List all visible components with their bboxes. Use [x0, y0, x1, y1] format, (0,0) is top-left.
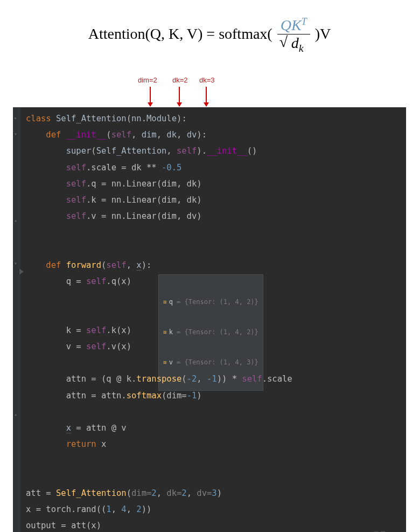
- frac-den-sub: k: [299, 43, 304, 54]
- annot-dim: dim=2: [138, 76, 157, 84]
- arrow-icon: [206, 87, 207, 106]
- code-line[interactable]: self.v = nn.Linear(dim, dv): [26, 208, 401, 224]
- code-line: [26, 224, 401, 240]
- code-line[interactable]: v = self.v(x): [26, 338, 401, 355]
- fold-icon[interactable]: ▾: [14, 258, 19, 264]
- annot-dv: dk=3: [199, 76, 215, 84]
- code-line[interactable]: self.q = nn.Linear(dim, dk): [26, 176, 401, 192]
- formula-rhs-suffix: )V: [315, 25, 331, 42]
- code-line: [26, 355, 401, 371]
- code-line[interactable]: k = self.k(x): [26, 322, 401, 338]
- formula-softmax: softmax(: [219, 25, 273, 42]
- fold-icon[interactable]: ▾: [14, 129, 19, 134]
- code-line: [26, 241, 401, 257]
- code-line: [26, 404, 401, 420]
- hint-detail: = {Tensor: (1, 4, 2)}: [173, 298, 259, 306]
- code-line[interactable]: attn = (q @ k.transpose(-2, -1)) * self.…: [26, 371, 401, 387]
- hint-row: ≡q = {Tensor: (1, 4, 2)}: [163, 297, 259, 307]
- hint-var: q: [169, 298, 173, 306]
- fold-end-icon[interactable]: ▴: [14, 215, 19, 220]
- code-line[interactable]: attn = attn.softmax(dim=-1): [26, 388, 401, 404]
- formula-lhs: Attention(Q, K, V): [88, 25, 203, 42]
- watermark: CSDN @量子-Alex: [344, 528, 403, 532]
- arrow-icon: [179, 87, 180, 106]
- gutter: ▸ ▾ ▴ ▾ ▴: [13, 107, 20, 532]
- code-line[interactable]: class Self_Attention(nn.Module):: [26, 110, 401, 127]
- fold-end-icon[interactable]: ▴: [14, 409, 19, 414]
- code-line[interactable]: super(Self_Attention, self).__init__(): [26, 143, 401, 159]
- frac-den-d: d: [291, 34, 299, 51]
- formula: Attention(Q, K, V) = softmax( QKT dk )V: [0, 0, 419, 60]
- list-icon: ≡: [163, 299, 167, 306]
- code-line[interactable]: att = Self_Attention(dim=2, dk=2, dv=3): [26, 485, 401, 501]
- annotation-row: dim=2 dk=2 dk=3: [0, 76, 419, 107]
- fraction: QKT dk: [277, 16, 310, 54]
- frac-num: QK: [281, 17, 302, 33]
- code-line[interactable]: q = self.q(x) ≡q = {Tensor: (1, 4, 2)} ≡…: [26, 273, 401, 322]
- code-editor: ▸ ▾ ▴ ▾ ▴ class Self_Attention(nn.Module…: [13, 107, 406, 532]
- code-body: class Self_Attention(nn.Module): def __i…: [20, 110, 401, 532]
- arrow-icon: [150, 87, 151, 106]
- frac-num-sup: T: [302, 16, 307, 27]
- code-line[interactable]: def forward(self, x):: [26, 257, 401, 273]
- fold-icon[interactable]: ▸: [14, 113, 19, 118]
- code-line[interactable]: return x: [26, 436, 401, 452]
- code-line[interactable]: def __init__(self, dim, dk, dv):: [26, 127, 401, 143]
- code-line[interactable]: self.scale = dk ** -0.5: [26, 160, 401, 176]
- code-line[interactable]: x = attn @ v: [26, 420, 401, 436]
- breakpoint-icon[interactable]: [19, 268, 24, 275]
- code-line[interactable]: self.k = nn.Linear(dim, dk): [26, 192, 401, 208]
- annot-dk: dk=2: [172, 76, 188, 84]
- code-line: [26, 453, 401, 469]
- code-line[interactable]: x = torch.rand((1, 4, 2)): [26, 501, 401, 517]
- code-line: [26, 469, 401, 485]
- formula-eq: =: [206, 25, 219, 42]
